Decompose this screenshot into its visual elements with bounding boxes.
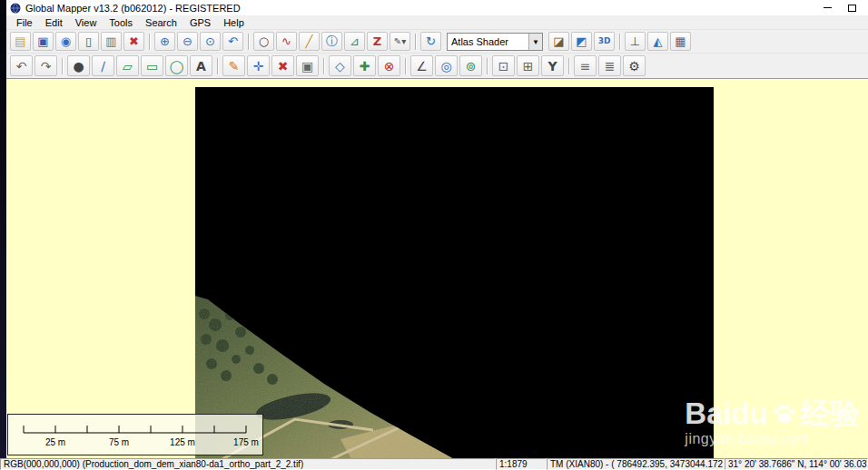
undo-icon[interactable]: ↶	[10, 55, 33, 76]
open-workspace-icon[interactable]: ◉	[55, 32, 76, 51]
paw-icon	[771, 400, 798, 427]
create-area-icon[interactable]: ▱	[116, 55, 139, 76]
minimize-icon	[824, 7, 832, 8]
menu-view[interactable]: View	[69, 17, 104, 28]
edit-feature-icon[interactable]: ✎	[222, 55, 245, 76]
combine-areas-icon[interactable]: ⊞	[517, 55, 539, 76]
settings-icon[interactable]: ⚙	[623, 55, 646, 76]
toolbar-separator	[217, 58, 218, 74]
toolbar-separator	[568, 58, 569, 74]
watermark-url: jingyan.baidu.com	[685, 431, 861, 447]
previous-view-icon[interactable]: ↶	[222, 32, 243, 51]
move-feature-icon[interactable]: ✛	[247, 55, 270, 76]
style-pen-icon[interactable]: ✎▾	[390, 32, 410, 51]
grid-setup-icon[interactable]: ▦	[670, 32, 691, 51]
toolbar-separator	[487, 58, 488, 74]
shader-dropdown-value: Atlas Shader	[448, 36, 528, 47]
toolbar-separator	[619, 34, 620, 50]
menu-tools[interactable]: Tools	[103, 17, 139, 28]
window-title: Global Mapper v13.2 (b062012) - REGISTER…	[25, 3, 241, 14]
status-bar: RGB(000,000,000) (Production_dom_dem_xia…	[0, 458, 868, 470]
water-shading-icon[interactable]: ◩	[571, 32, 592, 51]
maximize-button[interactable]	[840, 1, 864, 15]
maximize-icon	[848, 5, 856, 12]
watermark-brand: Baidu	[685, 398, 768, 428]
toolbar-separator	[149, 34, 150, 50]
hill-shading-icon[interactable]: ◪	[548, 32, 569, 51]
menu-file[interactable]: File	[10, 17, 39, 28]
shader-dropdown[interactable]: Atlas Shader ▾	[447, 33, 543, 51]
minimize-button[interactable]	[815, 1, 840, 15]
watermark: Baidu 经验 jingyan.baidu.com	[685, 398, 861, 447]
create-text-icon[interactable]: A	[190, 55, 212, 76]
toolbar-separator	[415, 34, 416, 50]
scale-label-175m: 175 m	[233, 437, 259, 447]
create-rectangle-icon[interactable]: ▭	[141, 55, 163, 76]
app-icon	[10, 3, 21, 14]
copy-feature-icon[interactable]: ▣	[296, 55, 319, 76]
watermark-brand-cn: 经验	[801, 398, 861, 428]
digitizer-tool-icon[interactable]: ╱	[299, 32, 320, 51]
full-extent-icon[interactable]: ⊙	[200, 32, 221, 51]
scale-label-25m: 25 m	[45, 437, 65, 447]
status-projection: TM (XIAN80) - ( 786492.395, 3473044.172 …	[547, 458, 725, 470]
zoom-in-icon[interactable]: ⊕	[154, 32, 175, 51]
zoom-out-icon[interactable]: ⊖	[177, 32, 198, 51]
3d-path-icon[interactable]: Z	[367, 32, 388, 51]
range-rings-icon[interactable]: ◎	[435, 55, 458, 76]
measure-angle-icon[interactable]: ∠	[410, 55, 433, 76]
desktop-edge	[0, 0, 6, 458]
create-line-icon[interactable]: ∕	[92, 55, 114, 76]
raster-layer	[195, 87, 714, 458]
show-3d-icon[interactable]: 3D	[594, 32, 615, 51]
toolbar-separator	[248, 34, 249, 50]
file-toolbar: ▤ ▣ ◉ ▯ ▥ ✖ ⊕ ⊖ ⊙ ↶ ○ ∿ ╱ ⓘ ⊿ Z ✎▾ ↻	[6, 29, 868, 53]
scale-label-75m: 75 m	[109, 437, 129, 447]
attributes-icon[interactable]: ≣	[598, 55, 621, 76]
menu-help[interactable]: Help	[217, 17, 251, 28]
unload-all-icon[interactable]: ✖	[123, 32, 144, 51]
window-body: Global Mapper v13.2 (b062012) - REGISTER…	[0, 0, 868, 458]
redo-icon[interactable]: ↷	[35, 55, 57, 76]
view-shed-icon[interactable]: ◭	[647, 32, 668, 51]
open-datafile-icon[interactable]: ▯	[78, 32, 99, 51]
scale-bar: 25 m 75 m 125 m 175 m	[7, 414, 263, 455]
menu-gps[interactable]: GPS	[183, 17, 217, 28]
digitizer-toolbar: ↶ ↷ ● ∕ ▱ ▭ ◯ A ✎ ✛ ✖ ▣ ◇ ✚ ⊗ ∠ ◎	[6, 53, 868, 78]
menu-bar: File Edit View Tools Search GPS Help	[6, 15, 868, 29]
feature-info-icon[interactable]: ⓘ	[321, 32, 342, 51]
profile-line-icon[interactable]: ⊥	[625, 32, 646, 51]
path-profile-icon[interactable]: ⊿	[344, 32, 365, 51]
metadata-icon[interactable]: ▥	[101, 32, 122, 51]
zoom-tool-icon[interactable]: ○	[253, 32, 274, 51]
delete-vertex-icon[interactable]: ⊗	[378, 55, 400, 76]
create-circle-icon[interactable]: ◯	[165, 55, 188, 76]
toolbar-separator	[323, 58, 324, 74]
save-icon[interactable]: ▣	[33, 32, 54, 51]
split-line-icon[interactable]: Y	[541, 55, 564, 76]
open-icon[interactable]: ▤	[10, 32, 31, 51]
map-view[interactable]: 25 m 75 m 125 m 175 m Baidu	[6, 78, 868, 458]
menu-search[interactable]: Search	[139, 17, 183, 28]
title-bar[interactable]: Global Mapper v13.2 (b062012) - REGISTER…	[6, 0, 868, 15]
create-point-icon[interactable]: ●	[67, 55, 90, 76]
snap-icon[interactable]: ≡	[574, 55, 597, 76]
toolbar-separator	[62, 58, 63, 74]
buffer-icon[interactable]: ⊚	[459, 55, 482, 76]
status-coordinates: 31° 20' 38.7686" N, 114° 00' 36.03"	[725, 458, 868, 470]
global-mapper-window: Global Mapper v13.2 (b062012) - REGISTER…	[0, 0, 868, 470]
menu-edit[interactable]: Edit	[39, 17, 69, 28]
status-pixel-value: RGB(000,000,000) (Production_dom_dem_xia…	[0, 458, 496, 470]
insert-vertex-icon[interactable]: ✚	[353, 55, 376, 76]
delete-feature-icon[interactable]: ✖	[271, 55, 294, 76]
crop-icon[interactable]: ⊡	[492, 55, 515, 76]
measure-tool-icon[interactable]: ∿	[276, 32, 297, 51]
chevron-down-icon: ▾	[528, 34, 542, 50]
vertex-edit-icon[interactable]: ◇	[329, 55, 351, 76]
toolbar-separator	[405, 58, 406, 74]
recenter-icon[interactable]: ↻	[420, 32, 441, 51]
scale-label-125m: 125 m	[170, 437, 195, 447]
status-scale: 1:1879	[496, 458, 547, 470]
